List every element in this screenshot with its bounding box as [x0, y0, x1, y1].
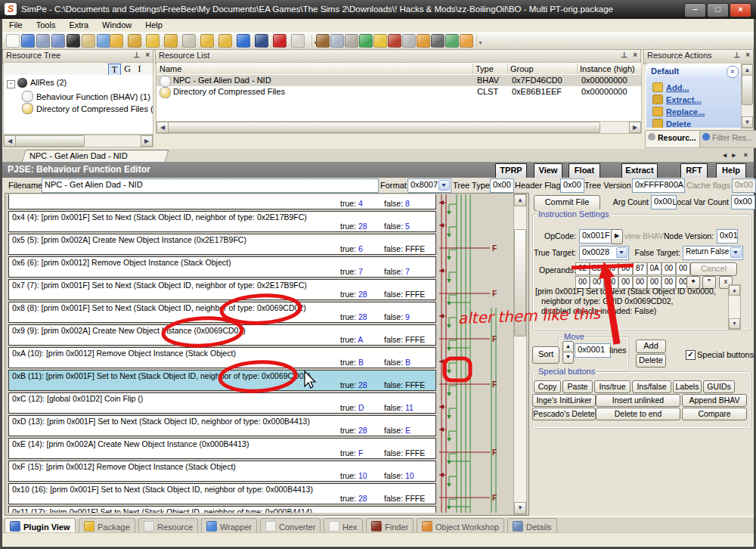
move-lines-field[interactable]: 0x0001 [575, 343, 611, 358]
delete-icon[interactable] [273, 34, 287, 48]
extract-button[interactable]: Extract [621, 163, 658, 179]
delete-button[interactable]: Delete [636, 354, 666, 368]
close-icon[interactable]: × [633, 51, 637, 59]
special-button-insertunlinked[interactable]: Insert unlinked [596, 394, 680, 407]
rft-button[interactable]: RFT [680, 163, 708, 179]
tree-filter-g[interactable]: G [122, 64, 133, 74]
bell-icon[interactable] [255, 34, 268, 48]
menu-tools[interactable]: Tools [29, 19, 63, 31]
camera-icon[interactable] [345, 34, 358, 48]
open-package-icon[interactable] [110, 34, 123, 48]
operand-cell[interactable]: 0A [647, 262, 662, 275]
nav-back-icon[interactable]: ◂ [723, 151, 727, 159]
move-down-button[interactable]: ▼ [562, 352, 574, 364]
save-package-icon[interactable] [128, 34, 141, 48]
menu-extra[interactable]: Extra [62, 19, 95, 31]
special-button-pescadosdelete[interactable]: Pescado's Delete [532, 408, 596, 420]
special-button-deletetoend[interactable]: Delete to end [596, 408, 680, 420]
tree-expander-icon[interactable]: − [7, 80, 15, 88]
header-flag-field[interactable]: 0x00 [560, 178, 584, 193]
package-grid-icon[interactable] [200, 34, 214, 48]
format-combo[interactable]: 0x8007 [407, 178, 451, 193]
special-button-insfalse[interactable]: Ins/false [632, 380, 671, 393]
special-button-guids[interactable]: GUIDs [703, 380, 735, 393]
operand-cell[interactable]: 69 [604, 262, 618, 275]
folder-star-icon[interactable] [417, 34, 430, 48]
resource-row[interactable]: Directory of Compressed FilesCLST0xE86B1… [156, 86, 641, 98]
tree-type-field[interactable]: 0x00 [490, 178, 514, 193]
balls-icon[interactable] [359, 34, 373, 48]
find-remove-icon[interactable] [97, 34, 110, 48]
close-icon[interactable]: × [745, 51, 750, 59]
special-button-appendbhav[interactable]: Append BHAV [682, 394, 747, 407]
operand-cell[interactable]: 00 [618, 262, 633, 275]
menu-help[interactable]: Help [138, 19, 169, 31]
false-target-combo[interactable]: Return False [683, 246, 743, 260]
description-vscrollbar[interactable]: ▲ ▼ [728, 284, 741, 330]
special-buttons-checkbox[interactable]: ✓ [686, 350, 696, 360]
actions-group-header[interactable]: Default « [646, 64, 742, 81]
special-button-instrue[interactable]: Ins/true [594, 380, 631, 393]
instruction-row[interactable]: 0xA (10): [prim 0x0012] Remove Object In… [8, 347, 436, 368]
close-button[interactable]: × [730, 3, 751, 17]
tab-resource-actions[interactable]: Resourc... [645, 130, 704, 148]
open-file-icon[interactable] [21, 34, 35, 48]
tab-filter-resources[interactable]: Filter Res... [699, 130, 756, 148]
package-gray-icon[interactable] [182, 34, 196, 48]
collapse-chevron-icon[interactable]: « [727, 66, 739, 78]
album-icon[interactable] [330, 34, 344, 48]
pin-icon[interactable]: ⊥ [621, 51, 627, 59]
nav-forward-icon[interactable]: ▸ [732, 151, 736, 159]
cancel-button[interactable]: Cancel [690, 262, 737, 276]
special-button-copy[interactable]: Copy [534, 380, 561, 393]
tree-root-allres[interactable]: −AllRes (2) [7, 78, 67, 89]
tree-item[interactable]: Behaviour Function (BHAV) (1) [22, 91, 150, 102]
new-file-icon[interactable] [6, 34, 20, 48]
dropdown-arrow-icon[interactable] [730, 247, 742, 258]
package-ball-icon[interactable] [146, 34, 160, 48]
instruction-row[interactable]: 0x10 (16): [prim 0x001F] Set to Next (St… [8, 483, 436, 504]
operand-cell[interactable]: 02 [575, 262, 590, 275]
operand-cell[interactable]: CD [590, 262, 604, 275]
instruction-row[interactable]: 0xE (14): [prim 0x002A] Create New Objec… [8, 438, 436, 459]
tprp-button[interactable]: TPRP [495, 163, 527, 179]
tree-filter-i[interactable]: I [134, 64, 145, 74]
opcode-browse-button[interactable]: ▶ [611, 229, 623, 244]
close-tab-icon[interactable]: × [744, 151, 748, 159]
dropdown-arrow-icon[interactable] [616, 247, 627, 258]
operand-cell[interactable]: 00 [662, 262, 676, 275]
package-delete-icon[interactable] [164, 34, 178, 48]
tools-x-icon[interactable] [402, 34, 416, 48]
special-button-labels[interactable]: Labels [673, 380, 702, 393]
special-button-paste[interactable]: Paste [562, 380, 593, 393]
instruction-row[interactable]: 0x4 (4): [prim 0x001F] Set to Next (Stac… [8, 211, 436, 232]
menu-window[interactable]: Window [95, 19, 138, 31]
instruction-row[interactable]: 0x8 (8): [prim 0x001F] Set to Next (Stac… [8, 302, 436, 323]
book-icon[interactable] [388, 34, 401, 48]
reload-icon[interactable] [237, 34, 250, 48]
float-button[interactable]: Float [569, 163, 600, 179]
eraser-icon[interactable] [291, 34, 305, 48]
instruction-row[interactable]: 0xC (12): [global 0x01D2] Coin Flip ()tr… [8, 392, 436, 414]
add-sims-icon[interactable] [82, 34, 95, 48]
pin-icon[interactable]: ⊥ [133, 51, 140, 59]
instruction-row[interactable]: 0xD (13): [prim 0x001F] Set to Next (Sta… [8, 415, 436, 436]
photo-icon[interactable] [431, 34, 445, 48]
pin-icon[interactable]: ⊥ [733, 51, 740, 59]
actions-vscrollbar[interactable]: ▲ ▼ [741, 64, 754, 129]
menu-file[interactable]: File [2, 19, 29, 31]
tree-item[interactable]: Directory of Compressed Files (CLST) [22, 103, 153, 114]
resource-row[interactable]: NPC - Get Alien Dad - NIDBHAV0x7FD46CD00… [156, 75, 641, 86]
shield-icon[interactable] [373, 34, 387, 48]
sort-button[interactable]: Sort [532, 346, 559, 364]
instruction-row[interactable]: 0x5 (5): [prim 0x002A] Create New Object… [8, 234, 436, 255]
operand-cell[interactable]: 87 [633, 262, 647, 275]
instruction-row[interactable]: 0xB (11): [prim 0x001F] Set to Next (Sta… [8, 370, 436, 391]
opcode-field[interactable]: 0x001F [579, 229, 614, 243]
package-grid2-icon[interactable] [218, 34, 232, 48]
instruction-row[interactable]: 0x6 (6): [prim 0x0012] Remove Object Ins… [8, 256, 436, 278]
action-link-add[interactable]: Add... [652, 82, 742, 93]
add-button[interactable]: Add [636, 340, 666, 353]
toolbar-overflow-icon[interactable]: ▾ [476, 35, 484, 47]
instruction-row[interactable]: 0x9 (9): [prim 0x002A] Create New Object… [8, 324, 436, 346]
